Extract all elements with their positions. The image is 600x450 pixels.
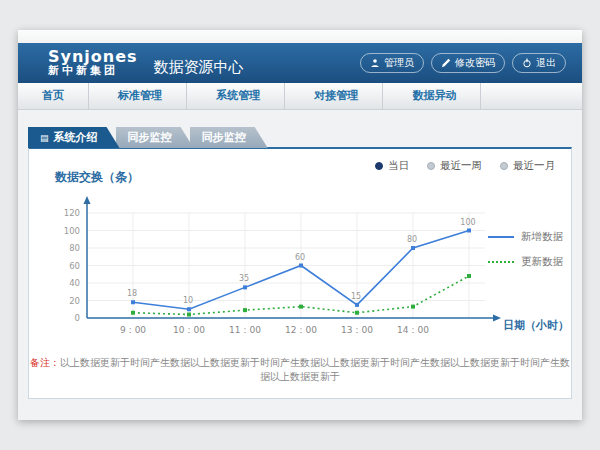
data-point bbox=[355, 303, 359, 307]
content-area: ▤系统介绍 同步监控 同步监控 当日 最近一周 bbox=[18, 110, 582, 420]
data-point bbox=[243, 285, 247, 289]
y-tick-label: 20 bbox=[69, 296, 80, 306]
header-actions: 管理员 修改密码 退出 bbox=[360, 53, 566, 73]
legend-item-update-data: 更新数据 bbox=[488, 255, 563, 269]
point-label: 100 bbox=[460, 218, 475, 227]
document-icon: ▤ bbox=[40, 133, 49, 143]
chart-x-axis-title: 日期（小时） bbox=[503, 318, 569, 333]
time-range-filter: 当日 最近一周 最近一月 bbox=[375, 159, 555, 173]
y-tick-label: 60 bbox=[69, 261, 80, 271]
nav-item-standard-mgmt[interactable]: 标准管理 bbox=[94, 83, 187, 109]
radio-dot-icon bbox=[500, 162, 508, 170]
chart-container: 0204060801001209：0010：0011：0012：0013：001… bbox=[43, 188, 571, 344]
x-tick-label: 13：00 bbox=[341, 325, 373, 335]
nav-item-integration-mgmt[interactable]: 对接管理 bbox=[290, 83, 383, 109]
radio-last-week[interactable]: 最近一周 bbox=[427, 159, 482, 173]
app-header: Synjones 新中新集团 数据资源中心 管理员 修改密码 退出 bbox=[18, 43, 582, 83]
data-point bbox=[411, 246, 415, 250]
x-tick-label: 11：00 bbox=[229, 325, 261, 335]
logo-english: Synjones bbox=[48, 49, 138, 64]
point-label: 80 bbox=[407, 235, 417, 244]
exchange-chart-svg: 0204060801001209：0010：0011：0012：0013：001… bbox=[43, 188, 513, 340]
point-label: 10 bbox=[183, 296, 193, 305]
radio-dot-icon bbox=[427, 162, 435, 170]
radio-today[interactable]: 当日 bbox=[375, 159, 409, 173]
window-top-strip bbox=[18, 30, 582, 43]
x-tick-label: 14：00 bbox=[397, 325, 429, 335]
data-point bbox=[299, 264, 303, 268]
change-password-label: 修改密码 bbox=[455, 56, 495, 70]
change-password-button[interactable]: 修改密码 bbox=[431, 53, 505, 73]
data-point bbox=[243, 308, 247, 312]
data-point bbox=[187, 313, 191, 317]
x-tick-label: 12：00 bbox=[285, 325, 317, 335]
data-point bbox=[467, 274, 471, 278]
legend-label: 更新数据 bbox=[521, 255, 563, 269]
nav-item-home[interactable]: 首页 bbox=[18, 83, 89, 109]
data-point bbox=[411, 305, 415, 309]
main-nav: 首页 标准管理 系统管理 对接管理 数据异动 bbox=[18, 83, 582, 110]
x-tick-label: 10：00 bbox=[173, 325, 205, 335]
data-point bbox=[131, 311, 135, 315]
solid-line-swatch-icon bbox=[488, 236, 514, 238]
point-label: 15 bbox=[351, 292, 361, 301]
edit-icon bbox=[441, 58, 451, 68]
data-point bbox=[355, 311, 359, 315]
radio-label: 最近一月 bbox=[513, 159, 555, 173]
tab-bar: ▤系统介绍 同步监控 同步监控 bbox=[28, 126, 582, 147]
user-icon bbox=[370, 58, 380, 68]
data-point bbox=[467, 229, 471, 233]
point-label: 35 bbox=[239, 274, 249, 283]
radio-last-month[interactable]: 最近一月 bbox=[500, 159, 555, 173]
nav-item-data-changes[interactable]: 数据异动 bbox=[388, 83, 481, 109]
radio-dot-icon bbox=[375, 162, 383, 170]
radio-label: 当日 bbox=[388, 159, 409, 173]
legend-label: 新增数据 bbox=[521, 230, 563, 244]
chart-legend: 新增数据 更新数据 bbox=[488, 230, 563, 280]
point-label: 60 bbox=[295, 253, 305, 262]
legend-item-new-data: 新增数据 bbox=[488, 230, 563, 244]
data-point bbox=[131, 300, 135, 304]
radio-label: 最近一周 bbox=[440, 159, 482, 173]
y-tick-label: 0 bbox=[75, 313, 80, 323]
content-panel: 当日 最近一周 最近一月 数据交换（条） 0204060801001209：00… bbox=[28, 147, 572, 399]
x-axis-arrow-icon bbox=[493, 315, 501, 322]
y-axis-arrow-icon bbox=[84, 196, 91, 204]
dotted-line-swatch-icon bbox=[488, 261, 514, 263]
y-tick-label: 120 bbox=[64, 208, 80, 218]
synjones-logo: Synjones 新中新集团 bbox=[48, 49, 138, 77]
tab-label: 同步监控 bbox=[202, 131, 246, 144]
y-tick-label: 80 bbox=[69, 243, 80, 253]
tab-system-intro[interactable]: ▤系统介绍 bbox=[28, 127, 120, 148]
footnote-label: 备注： bbox=[30, 357, 60, 368]
y-tick-label: 100 bbox=[64, 226, 80, 236]
logout-label: 退出 bbox=[536, 56, 556, 70]
footnote: 备注：以上数据更新于时间产生数据以上数据更新于时间产生数据以上数据更新于时间产生… bbox=[29, 356, 571, 384]
app-title: 数据资源中心 bbox=[154, 58, 244, 77]
power-icon bbox=[522, 58, 532, 68]
data-point bbox=[187, 307, 191, 311]
tab-sync-monitor-2[interactable]: 同步监控 bbox=[190, 127, 268, 148]
tab-label: 系统介绍 bbox=[54, 131, 98, 144]
x-tick-label: 9：00 bbox=[120, 325, 146, 335]
logout-button[interactable]: 退出 bbox=[512, 53, 566, 73]
user-button[interactable]: 管理员 bbox=[360, 53, 424, 73]
y-tick-label: 40 bbox=[69, 278, 80, 288]
tab-sync-monitor-1[interactable]: 同步监控 bbox=[116, 127, 194, 148]
footnote-text: 以上数据更新于时间产生数据以上数据更新于时间产生数据以上数据更新于时间产生数据以… bbox=[60, 357, 570, 382]
tab-label: 同步监控 bbox=[128, 131, 172, 144]
user-label: 管理员 bbox=[384, 56, 414, 70]
app-window: Synjones 新中新集团 数据资源中心 管理员 修改密码 退出 首页 标准管… bbox=[18, 30, 582, 420]
nav-item-system-mgmt[interactable]: 系统管理 bbox=[192, 83, 285, 109]
data-point bbox=[299, 305, 303, 309]
point-label: 18 bbox=[127, 289, 137, 298]
